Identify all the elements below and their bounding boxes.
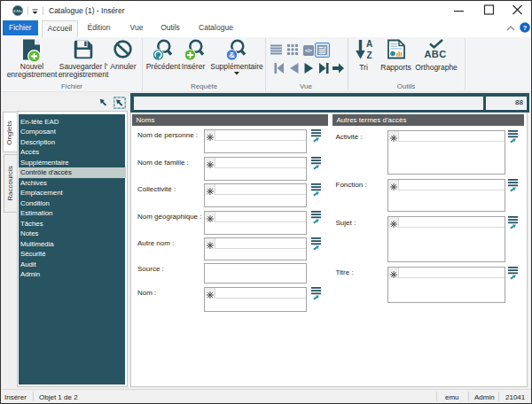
- svg-text:?: ?: [523, 24, 528, 32]
- svg-text:Z: Z: [366, 50, 372, 60]
- svg-text:A: A: [366, 39, 372, 49]
- svg-text:EMu: EMu: [12, 9, 22, 13]
- svg-text:&: &: [229, 50, 235, 59]
- svg-text:</>: </>: [305, 48, 312, 53]
